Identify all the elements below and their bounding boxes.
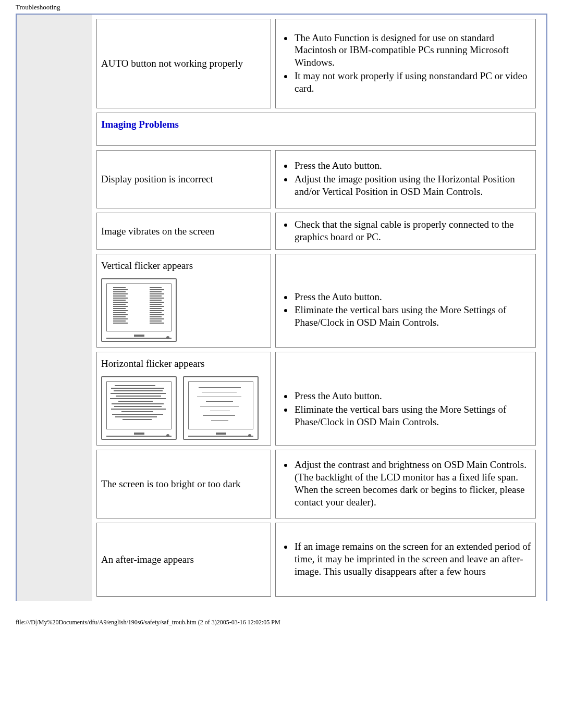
problem-label: Vertical flicker appears bbox=[101, 260, 193, 271]
problem-cell: An after-image appears bbox=[96, 523, 271, 597]
solution-item: Press the Auto button. bbox=[293, 291, 531, 303]
content-frame: AUTO button not working properly The Aut… bbox=[16, 14, 547, 601]
solution-item: Press the Auto button. bbox=[293, 390, 531, 402]
table-row: AUTO button not working properly The Aut… bbox=[96, 19, 536, 108]
monitor-thumb-vertical-flicker bbox=[101, 278, 177, 342]
problem-cell: AUTO button not working properly bbox=[96, 19, 271, 108]
footer-path: file:///D|/My%20Documents/dfu/A9/english… bbox=[0, 601, 563, 626]
section-heading: Imaging Problems bbox=[101, 119, 179, 130]
content-frame-wrapper: AUTO button not working properly The Aut… bbox=[16, 14, 547, 601]
solution-item: Eliminate the vertical bars using the Mo… bbox=[293, 304, 531, 329]
problem-cell: The screen is too bright or too dark bbox=[96, 450, 271, 519]
solution-cell: Adjust the contrast and brightness on OS… bbox=[275, 450, 536, 519]
monitor-thumb-horizontal-sparse bbox=[183, 376, 259, 440]
table-row: The screen is too bright or too dark Adj… bbox=[96, 450, 536, 519]
main-column: AUTO button not working properly The Aut… bbox=[92, 15, 546, 601]
solution-item: If an image remains on the screen for an… bbox=[293, 540, 531, 577]
solution-cell: Press the Auto button. Adjust the image … bbox=[275, 150, 536, 208]
section-row: Imaging Problems bbox=[96, 113, 536, 146]
section-heading-cell: Imaging Problems bbox=[96, 113, 536, 146]
solution-item: It may not work properly if using nonsta… bbox=[293, 70, 531, 95]
solution-cell: Press the Auto button. Eliminate the ver… bbox=[275, 352, 536, 446]
solution-cell: Check that the signal cable is properly … bbox=[275, 213, 536, 250]
solution-item: Adjust the image position using the Hori… bbox=[293, 173, 531, 198]
solution-cell: Press the Auto button. Eliminate the ver… bbox=[275, 254, 536, 348]
solution-cell: The Auto Function is designed for use on… bbox=[275, 19, 536, 108]
solution-item: Check that the signal cable is properly … bbox=[293, 218, 531, 243]
table-row: Display position is incorrect Press the … bbox=[96, 150, 536, 208]
solution-item: Press the Auto button. bbox=[293, 159, 531, 172]
monitor-thumb-horizontal-dense bbox=[101, 376, 177, 440]
problem-cell: Horizontal flicker appears bbox=[96, 352, 271, 446]
solution-item: Eliminate the vertical bars using the Mo… bbox=[293, 403, 531, 428]
table-row: Horizontal flicker appears bbox=[96, 352, 536, 446]
table-row: An after-image appears If an image remai… bbox=[96, 523, 536, 597]
troubleshooting-table: AUTO button not working properly The Aut… bbox=[92, 15, 540, 601]
table-row: Image vibrates on the screen Check that … bbox=[96, 213, 536, 250]
problem-cell: Display position is incorrect bbox=[96, 150, 271, 208]
solution-item: The Auto Function is designed for use on… bbox=[293, 32, 531, 69]
problem-cell: Vertical flicker appears bbox=[96, 254, 271, 348]
problem-cell: Image vibrates on the screen bbox=[96, 213, 271, 250]
problem-label: Horizontal flicker appears bbox=[101, 358, 204, 369]
solution-cell: If an image remains on the screen for an… bbox=[275, 523, 536, 597]
table-row: Vertical flicker appears bbox=[96, 254, 536, 348]
page-title: Troubleshooting bbox=[0, 0, 563, 14]
left-sidebar bbox=[17, 15, 92, 601]
solution-item: Adjust the contrast and brightness on OS… bbox=[293, 459, 531, 508]
